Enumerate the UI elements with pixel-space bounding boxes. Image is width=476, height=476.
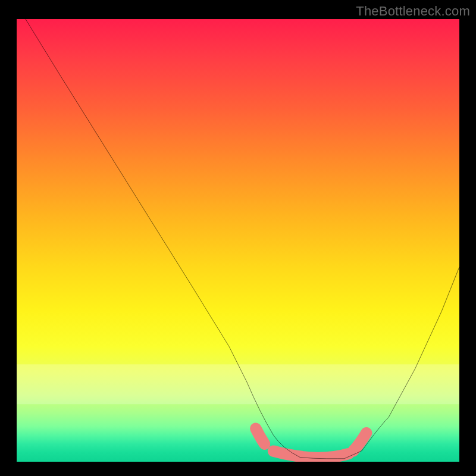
highlight-segment	[256, 428, 265, 444]
highlight-segment	[353, 433, 366, 452]
pale-band	[17, 364, 459, 404]
plot-area	[17, 19, 459, 462]
curve-overlay	[17, 19, 459, 462]
chart-stage: TheBottleneck.com	[0, 0, 476, 476]
highlight-segment	[274, 451, 349, 458]
watermark-text: TheBottleneck.com	[356, 4, 470, 19]
